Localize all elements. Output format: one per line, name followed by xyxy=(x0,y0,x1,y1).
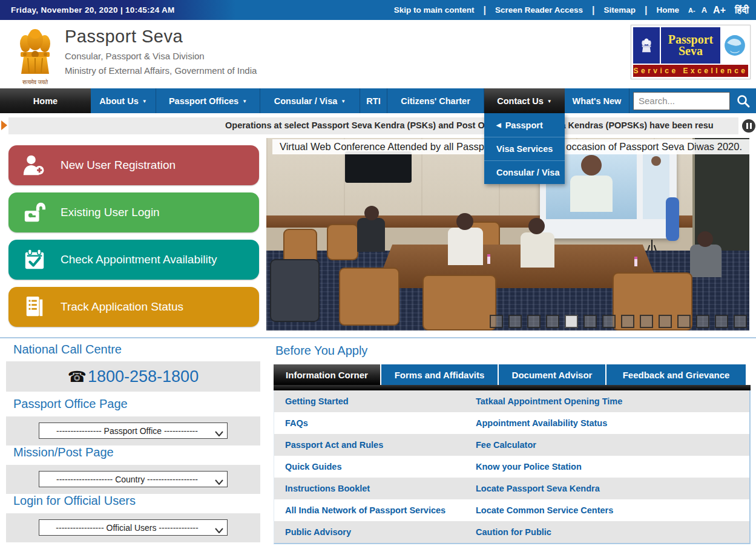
page: Friday, November 20, 2020 | 10:45:24 AM … xyxy=(0,0,756,549)
mission-post-page-select[interactable]: -------------------- Country -----------… xyxy=(39,471,228,487)
table-cell: Passport Act and Rules xyxy=(274,439,476,450)
dropdown-item-visa-services[interactable]: Visa Services xyxy=(484,137,565,160)
ashoka-emblem-icon xyxy=(13,24,57,79)
nav-item-rti[interactable]: RTI xyxy=(360,88,387,113)
passport-act-and-rules-link[interactable]: Passport Act and Rules xyxy=(285,440,383,450)
before-you-apply-heading: Before You Apply xyxy=(275,344,367,358)
nav-search-zone xyxy=(629,88,756,113)
tab-forms-and-affidavits[interactable]: Forms and Affidavits xyxy=(381,364,498,385)
login-for-official-users-select[interactable]: ----------------- Official Users -------… xyxy=(39,519,228,536)
table-cell: Getting Started xyxy=(274,396,476,407)
dropdown-item-passport[interactable]: ◀Passport xyxy=(484,113,565,137)
nav-item-label: Home xyxy=(33,96,58,106)
scene-person-head xyxy=(528,218,545,234)
search-button[interactable] xyxy=(730,88,756,113)
carousel-dot[interactable] xyxy=(640,315,653,328)
locate-passport-seva-kendra-link[interactable]: Locate Passport Seva Kendra xyxy=(476,484,600,493)
quick-guides-link[interactable]: Quick Guides xyxy=(285,462,341,472)
carousel-dot[interactable] xyxy=(621,315,634,328)
track-application-status-button[interactable]: Track Application Status xyxy=(8,287,259,327)
tab-feedback-and-grievance[interactable]: Feedback and Grievance xyxy=(606,364,746,385)
carousel-dot[interactable] xyxy=(602,315,616,328)
carousel-dot[interactable] xyxy=(490,315,503,328)
font-decrease-button[interactable]: A- xyxy=(688,7,695,14)
scene-chair xyxy=(270,259,320,322)
check-appointment-availability-button[interactable]: Check Appointment Availability xyxy=(8,240,259,280)
login-for-official-users-heading: Login for Official Users xyxy=(13,494,136,508)
carousel-dot[interactable] xyxy=(583,315,597,328)
emblem-caption: सत्यमेव जयते xyxy=(7,79,63,86)
topbar-links: Skip to main content|Screen Reader Acces… xyxy=(394,5,679,16)
scene-person xyxy=(448,228,483,265)
font-normal-button[interactable]: A xyxy=(702,5,707,15)
font-increase-button[interactable]: A+ xyxy=(713,5,726,16)
tab-information-corner[interactable]: Information Corner xyxy=(274,364,380,385)
table-row: All India Network of Passport ServicesLo… xyxy=(274,499,749,521)
nav-item-label: What's New xyxy=(573,96,622,106)
header-text: Passport Seva Consular, Passport & Visa … xyxy=(65,27,257,76)
language-toggle[interactable]: हिंदी xyxy=(735,5,749,16)
dropdown-item-consular-visa[interactable]: Consular / Visa xyxy=(484,160,565,184)
fee-calculator-link[interactable]: Fee Calculator xyxy=(476,440,536,450)
search-icon xyxy=(736,94,751,108)
table-cell: Instructions Booklet xyxy=(274,483,476,494)
all-india-network-of-passport-services-link[interactable]: All India Network of Passport Services xyxy=(285,505,445,515)
appointment-availability-status-link[interactable]: Appointment Availability Status xyxy=(476,418,607,428)
passport-office-page-select[interactable]: ---------------- Passport Office -------… xyxy=(39,422,228,439)
nav-item-passport-offices[interactable]: Passport Offices▼ xyxy=(156,88,260,113)
carousel-dot[interactable] xyxy=(546,315,559,328)
carousel-dot[interactable] xyxy=(715,315,728,328)
search-input[interactable] xyxy=(633,92,730,110)
carousel-dot[interactable] xyxy=(527,315,541,328)
phone-icon: ☎ xyxy=(68,368,87,386)
scene-tv xyxy=(345,151,412,183)
faqs-link[interactable]: FAQs xyxy=(285,418,308,428)
call-centre-number[interactable]: 1800-258-1800 xyxy=(88,367,199,386)
carousel-dot[interactable] xyxy=(677,315,691,328)
nav-item-consular-visa[interactable]: Consular / Visa▼ xyxy=(260,88,360,113)
instructions-booklet-link[interactable]: Instructions Booklet xyxy=(285,484,370,493)
know-your-police-station-link[interactable]: Know your Police Station xyxy=(476,462,582,472)
nav-item-contact-us[interactable]: Contact Us▼ xyxy=(484,88,565,113)
nav-item-home[interactable]: Home xyxy=(0,88,91,113)
font-size-controls: A-AA+ xyxy=(688,5,726,16)
existing-user-login-button[interactable]: Existing User Login xyxy=(8,192,259,232)
dropdown-item-label: Passport xyxy=(505,120,543,130)
carousel-dots xyxy=(490,315,747,328)
scene-person xyxy=(521,232,554,268)
ticker-pause-button[interactable] xyxy=(742,119,755,133)
locate-common-service-centers-link[interactable]: Locate Common Service Centers xyxy=(476,505,613,515)
carousel-dot[interactable] xyxy=(696,315,709,328)
table-cell: All India Network of Passport Services xyxy=(274,505,476,516)
table-cell: Know your Police Station xyxy=(476,461,749,472)
person-plus-icon xyxy=(8,154,61,177)
new-user-registration-button[interactable]: New User Registration xyxy=(8,145,259,185)
scene-person-head xyxy=(364,206,379,220)
nav-item-about-us[interactable]: About Us▼ xyxy=(91,88,156,113)
carousel-dot[interactable] xyxy=(659,315,672,328)
topbar-link-home[interactable]: Home xyxy=(657,5,680,15)
public-advisory-link[interactable]: Public Advisory xyxy=(285,527,351,537)
topbar-link-sitemap[interactable]: Sitemap xyxy=(604,5,636,15)
caution-for-public-link[interactable]: Caution for Public xyxy=(476,527,551,537)
section-divider xyxy=(0,337,756,338)
ticker-arrow-icon xyxy=(1,120,7,130)
quick-button-label: New User Registration xyxy=(61,159,176,172)
passport-seva-badge: PassportSeva Service Excellence xyxy=(631,25,751,79)
table-cell: Locate Common Service Centers xyxy=(476,505,749,516)
topbar-link-skip-to-main-content[interactable]: Skip to main content xyxy=(394,5,475,15)
carousel-dot[interactable] xyxy=(508,315,522,328)
chevron-down-icon: ▼ xyxy=(142,97,147,104)
tatkaal-appointment-opening-time-link[interactable]: Tatkaal Appointment Opening Time xyxy=(476,396,622,406)
tab-document-advisor[interactable]: Document Advisor xyxy=(499,364,605,385)
nav-item-citizens-charter[interactable]: Citizens' Charter xyxy=(387,88,484,113)
topbar-link-screen-reader-access[interactable]: Screen Reader Access xyxy=(495,5,583,15)
scene-bottle xyxy=(487,254,490,264)
carousel-dot[interactable] xyxy=(734,315,747,328)
carousel-dot[interactable] xyxy=(565,315,578,328)
getting-started-link[interactable]: Getting Started xyxy=(285,396,349,406)
header: सत्यमेव जयते Passport Seva Consular, Pas… xyxy=(0,20,756,88)
nav-item-what-s-new[interactable]: What's New xyxy=(565,88,629,113)
badge-top: PassportSeva xyxy=(633,27,748,64)
nav-item-label: Citizens' Charter xyxy=(401,96,470,106)
